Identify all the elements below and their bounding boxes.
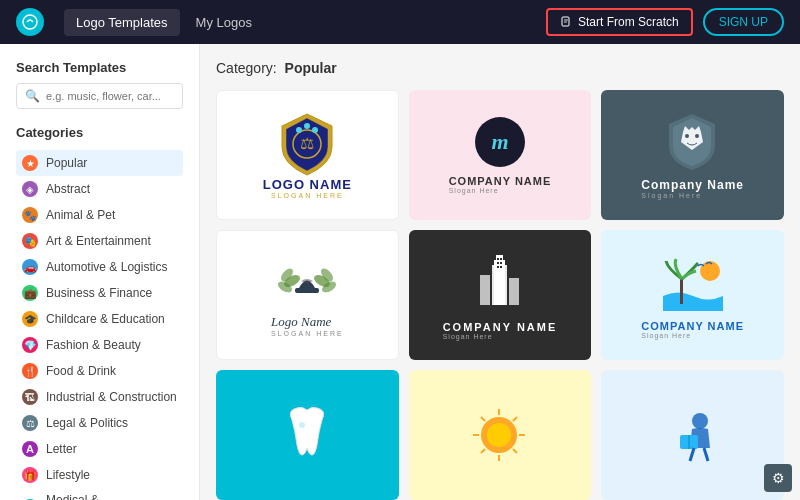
sidebar-item-abstract[interactable]: ◈ Abstract (16, 176, 183, 202)
logo-card-4[interactable]: Logo Name SLOGAN HERE (216, 230, 399, 360)
popular-icon: ★ (22, 155, 38, 171)
buildings-svg (472, 250, 527, 315)
svg-rect-24 (500, 262, 502, 264)
dental-svg (277, 400, 337, 470)
svg-point-29 (299, 422, 305, 428)
main-nav: Logo Templates My Logos (64, 9, 526, 36)
sidebar-item-popular[interactable]: ★ Popular (16, 150, 183, 176)
sidebar-item-business[interactable]: 💼 Business & Finance (16, 280, 183, 306)
industrial-icon: 🏗 (22, 389, 38, 405)
svg-point-31 (487, 423, 511, 447)
childcare-icon: 🎓 (22, 311, 38, 327)
nav-my-logos[interactable]: My Logos (184, 9, 264, 36)
logo-grid: ⚖ LOGO NAME SLOGAN HERE m COMPANY NAME S… (216, 90, 784, 500)
sidebar-item-food[interactable]: 🍴 Food & Drink (16, 358, 183, 384)
logo-card-2[interactable]: m COMPANY NAME Slogan Here (409, 90, 592, 220)
start-from-scratch-button[interactable]: Start From Scratch (546, 8, 693, 36)
svg-rect-21 (497, 258, 499, 260)
business-icon: 💼 (22, 285, 38, 301)
svg-line-43 (690, 448, 694, 461)
svg-text:⚖: ⚖ (300, 135, 314, 152)
main-layout: Search Templates 🔍 Categories ★ Popular … (0, 44, 800, 500)
tropical-svg (658, 251, 728, 316)
search-templates-label: Search Templates (16, 60, 183, 75)
person-reading-svg (660, 403, 725, 468)
logo-card-7[interactable] (216, 370, 399, 500)
svg-point-4 (296, 127, 302, 133)
sidebar-item-medical[interactable]: 💊 Medical & Pharmaceutical (16, 488, 183, 500)
header-actions: Start From Scratch SIGN UP (546, 8, 784, 36)
sidebar-item-fashion[interactable]: 💎 Fashion & Beauty (16, 332, 183, 358)
letter-icon: A (22, 441, 38, 457)
svg-point-5 (304, 123, 310, 129)
svg-point-8 (695, 134, 699, 138)
svg-rect-1 (562, 17, 569, 26)
sidebar-item-industrial[interactable]: 🏗 Industrial & Construction (16, 384, 183, 410)
svg-point-40 (692, 413, 708, 429)
auto-icon: 🚗 (22, 259, 38, 275)
settings-button[interactable]: ⚙ (764, 464, 792, 492)
svg-rect-26 (500, 266, 502, 268)
signup-button[interactable]: SIGN UP (703, 8, 784, 36)
svg-point-7 (685, 134, 689, 138)
lifestyle-icon: 🎁 (22, 467, 38, 483)
logo-card-6[interactable]: COMPANY NAME Slogan Here (601, 230, 784, 360)
svg-line-36 (481, 417, 485, 421)
card-2-text: COMPANY NAME Slogan Here (449, 175, 552, 194)
food-icon: 🍴 (22, 363, 38, 379)
sidebar-item-lifestyle[interactable]: 🎁 Lifestyle (16, 462, 183, 488)
svg-point-0 (23, 15, 37, 29)
svg-rect-23 (497, 262, 499, 264)
card-4-text: Logo Name SLOGAN HERE (271, 314, 344, 337)
logo-card-3[interactable]: Company Name Slogan Here (601, 90, 784, 220)
sun-svg (467, 403, 532, 468)
svg-rect-22 (500, 258, 502, 260)
sidebar-item-legal[interactable]: ⚖ Legal & Politics (16, 410, 183, 436)
shield-logo-svg: ⚖ (277, 112, 337, 177)
wreath-svg (277, 253, 337, 308)
card-3-text: Company Name Slogan Here (641, 178, 744, 199)
art-icon: 🎭 (22, 233, 38, 249)
card-6-text: COMPANY NAME Slogan Here (641, 320, 744, 339)
sidebar-item-childcare[interactable]: 🎓 Childcare & Education (16, 306, 183, 332)
svg-line-37 (513, 449, 517, 453)
svg-rect-28 (680, 279, 683, 304)
svg-point-6 (312, 127, 318, 133)
svg-rect-20 (509, 278, 519, 305)
svg-line-39 (481, 449, 485, 453)
svg-rect-25 (497, 266, 499, 268)
logo-card-1[interactable]: ⚖ LOGO NAME SLOGAN HERE (216, 90, 399, 220)
sidebar-item-animal[interactable]: 🐾 Animal & Pet (16, 202, 183, 228)
sidebar: Search Templates 🔍 Categories ★ Popular … (0, 44, 200, 500)
card-5-text: COMPANY NAME Slogan Here (443, 321, 558, 340)
svg-rect-19 (480, 275, 490, 305)
header: Logo Templates My Logos Start From Scrat… (0, 0, 800, 44)
animal-icon: 🐾 (22, 207, 38, 223)
card-2-circle: m (475, 117, 525, 167)
logo-card-5[interactable]: COMPANY NAME Slogan Here (409, 230, 592, 360)
sidebar-item-letter[interactable]: A Letter (16, 436, 183, 462)
abstract-icon: ◈ (22, 181, 38, 197)
logo-card-8[interactable] (409, 370, 592, 500)
document-icon (560, 16, 572, 28)
card-1-text: LOGO NAME SLOGAN HERE (263, 177, 352, 199)
svg-line-38 (513, 417, 517, 421)
category-title: Category: Popular (216, 60, 784, 76)
search-icon: 🔍 (25, 89, 40, 103)
logo-card-9[interactable] (601, 370, 784, 500)
app-logo (16, 8, 44, 36)
legal-icon: ⚖ (22, 415, 38, 431)
wolf-shield-svg (665, 112, 720, 172)
search-box[interactable]: 🔍 (16, 83, 183, 109)
search-input[interactable] (46, 90, 174, 102)
content-area: Category: Popular ⚖ LOGO NAME SLOGAN HER… (200, 44, 800, 500)
categories-label: Categories (16, 125, 183, 140)
svg-rect-15 (295, 288, 319, 293)
nav-logo-templates[interactable]: Logo Templates (64, 9, 180, 36)
fashion-icon: 💎 (22, 337, 38, 353)
sidebar-item-auto[interactable]: 🚗 Automotive & Logistics (16, 254, 183, 280)
sidebar-item-art[interactable]: 🎭 Art & Entertainment (16, 228, 183, 254)
svg-point-27 (700, 261, 720, 281)
svg-line-44 (704, 448, 708, 461)
